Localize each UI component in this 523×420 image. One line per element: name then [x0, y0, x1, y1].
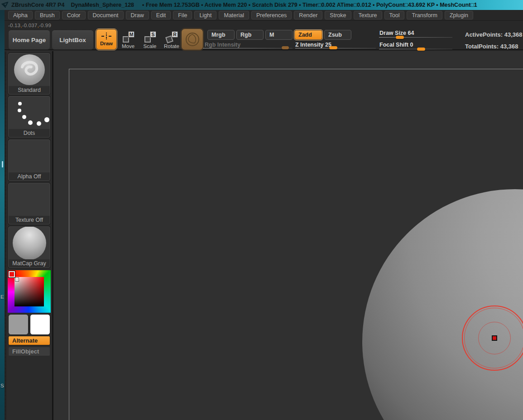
focal-shift-handle[interactable]: [417, 48, 425, 51]
zbrush-window: ZBrushCore 4R7 P4 DynaMesh_Sphere_128 • …: [0, 0, 523, 420]
rotate-mode-button[interactable]: R Rotate: [161, 29, 182, 50]
m-button[interactable]: M: [265, 30, 293, 40]
menu-zplugin[interactable]: Zplugin: [445, 11, 473, 19]
edge-tick: [2, 161, 3, 167]
move-icon: M: [122, 31, 134, 43]
home-page-button[interactable]: Home Page: [8, 30, 50, 50]
alpha-off-thumbnail: [9, 140, 50, 172]
coord-z: -0.99: [39, 23, 51, 28]
alpha-name-label: Alpha Off: [9, 172, 50, 181]
lightbox-button[interactable]: LightBox: [52, 30, 94, 50]
current-matcap-button[interactable]: MatCap Gray: [8, 226, 50, 268]
active-points-readout: ActivePoints: 43,368: [465, 31, 522, 38]
draw-size-text: Draw Size: [379, 30, 406, 36]
menu-edit[interactable]: Edit: [151, 11, 171, 19]
left-shelf: Standard Dots Alpha Off Texture Off: [6, 51, 52, 420]
draw-size-value: 64: [408, 30, 414, 36]
texture-name-label: Texture Off: [9, 216, 50, 224]
rotate-label: Rotate: [164, 43, 179, 49]
edge-letter-e: E: [0, 294, 4, 300]
current-stroke-button[interactable]: Dots: [8, 96, 50, 138]
rgb-button[interactable]: Rgb: [236, 30, 264, 40]
main-color-swatch[interactable]: [8, 314, 29, 335]
rotate-icon: R: [165, 31, 178, 43]
focal-shift-slider[interactable]: [379, 49, 452, 49]
scale-mode-button[interactable]: S Scale: [139, 29, 160, 50]
focal-shift-text: Focal Shift: [379, 42, 408, 48]
menu-stroke[interactable]: Stroke: [325, 11, 351, 19]
draw-size-slider[interactable]: [379, 37, 452, 38]
coord-y: -0.037: [22, 23, 38, 28]
matcap-name-label: MatCap Gray: [9, 259, 50, 267]
focal-shift-value: 0: [410, 42, 413, 48]
menu-light[interactable]: Light: [194, 11, 216, 19]
move-badge: M: [128, 31, 134, 38]
menu-document[interactable]: Document: [88, 11, 124, 19]
matcap-sphere-icon: [9, 227, 50, 259]
coord-x: -0.13: [8, 23, 20, 28]
menu-brush[interactable]: Brush: [35, 11, 60, 19]
draw-crosshair-icon: [101, 33, 111, 39]
rgb-intensity-slider[interactable]: [203, 48, 293, 48]
app-title: ZBrushCore 4R7 P4: [11, 2, 64, 8]
top-toolbar: -0.13,-0.037,-0.99 Home Page LightBox Dr…: [5, 21, 523, 50]
menu-alpha[interactable]: Alpha: [8, 11, 33, 19]
rgb-intensity-handle[interactable]: [282, 46, 289, 49]
stroke-name-label: Dots: [9, 129, 50, 137]
edge-letter-s: S: [0, 383, 4, 388]
menu-tool[interactable]: Tool: [384, 11, 405, 19]
draw-size-handle[interactable]: [396, 36, 404, 39]
menu-draw[interactable]: Draw: [126, 11, 149, 19]
scale-badge: S: [150, 31, 156, 38]
dots-stroke-thumbnail: [9, 96, 50, 129]
fillobject-button[interactable]: FillObject: [8, 347, 50, 356]
scale-icon: S: [144, 31, 156, 43]
z-intensity-label: Z Intensity 25: [295, 42, 331, 48]
menu-render[interactable]: Render: [294, 11, 322, 19]
move-mode-button[interactable]: M Move: [118, 29, 139, 50]
zadd-button[interactable]: Zadd: [294, 30, 322, 40]
focal-shift-label: Focal Shift 0: [379, 42, 413, 48]
material-sphere-icon: [184, 31, 201, 48]
brush-center-point-icon: [492, 335, 497, 341]
current-texture-button[interactable]: Texture Off: [8, 183, 50, 224]
mrgb-button[interactable]: Mrgb: [207, 30, 235, 40]
rgb-intensity-label: Rgb Intensity: [205, 42, 240, 48]
title-bar: ZBrushCore 4R7 P4 DynaMesh_Sphere_128 • …: [0, 0, 523, 10]
draw-mode-button[interactable]: Draw: [96, 29, 117, 50]
current-material-button[interactable]: [181, 29, 203, 50]
menu-file[interactable]: File: [173, 11, 192, 19]
current-color-chip[interactable]: [8, 271, 15, 278]
draw-size-label: Draw Size 64: [379, 30, 414, 36]
color-selector[interactable]: [15, 278, 19, 281]
document-name: DynaMesh_Sphere_128: [71, 2, 134, 8]
menu-color[interactable]: Color: [62, 11, 86, 19]
secondary-color-swatch[interactable]: [30, 314, 50, 335]
draw-button-label: Draw: [100, 41, 113, 46]
menu-texture[interactable]: Texture: [354, 11, 382, 19]
total-points-readout: TotalPoints: 43,368: [465, 43, 518, 50]
desktop-edge-strip: [0, 10, 5, 420]
document-canvas[interactable]: [53, 51, 523, 420]
rotate-badge: R: [172, 31, 178, 38]
texture-off-thumbnail: [9, 183, 50, 216]
menu-preferences[interactable]: Preferences: [251, 11, 292, 19]
menu-transform[interactable]: Transform: [407, 11, 442, 19]
z-intensity-handle[interactable]: [329, 46, 337, 49]
standard-brush-thumbnail: [9, 53, 50, 86]
brush-name-label: Standard: [9, 86, 50, 94]
memory-stats: • Free Mem 12.753GB • Active Mem 220 • S…: [142, 2, 477, 8]
menu-material[interactable]: Material: [219, 11, 249, 19]
scale-label: Scale: [144, 43, 157, 49]
saturation-value-square[interactable]: [14, 277, 44, 306]
cursor-coordinates: -0.13,-0.037,-0.99: [8, 23, 51, 28]
menu-bar: Alpha Brush Color Document Draw Edit Fil…: [5, 10, 523, 21]
alternate-button[interactable]: Alternate: [8, 336, 50, 345]
current-brush-button[interactable]: Standard: [8, 53, 50, 95]
z-intensity-text: Z Intensity: [295, 42, 324, 48]
color-picker[interactable]: [8, 270, 51, 313]
zbrush-cursor-icon: [1, 2, 9, 8]
current-alpha-button[interactable]: Alpha Off: [8, 139, 50, 181]
move-label: Move: [122, 43, 134, 49]
zsub-button[interactable]: Zsub: [324, 30, 351, 40]
